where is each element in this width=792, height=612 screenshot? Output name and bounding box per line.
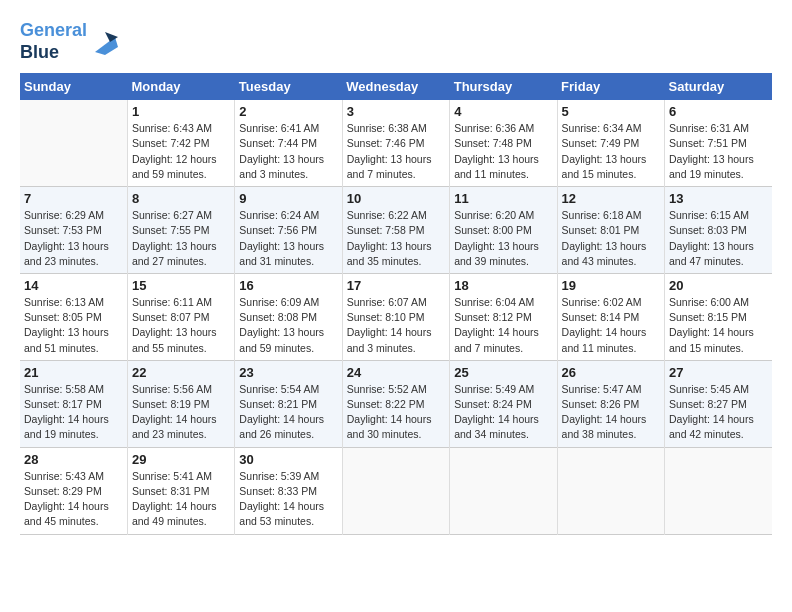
day-number: 17 [347,278,445,293]
day-number: 22 [132,365,230,380]
day-number: 18 [454,278,552,293]
day-info: Sunrise: 6:13 AMSunset: 8:05 PMDaylight:… [24,295,123,356]
day-number: 2 [239,104,337,119]
day-info: Sunrise: 5:56 AMSunset: 8:19 PMDaylight:… [132,382,230,443]
svg-marker-0 [95,37,118,55]
week-row-5: 28Sunrise: 5:43 AMSunset: 8:29 PMDayligh… [20,447,772,534]
day-number: 23 [239,365,337,380]
day-number: 12 [562,191,660,206]
week-row-4: 21Sunrise: 5:58 AMSunset: 8:17 PMDayligh… [20,360,772,447]
calendar-cell [665,447,772,534]
day-info: Sunrise: 6:11 AMSunset: 8:07 PMDaylight:… [132,295,230,356]
day-info: Sunrise: 5:49 AMSunset: 8:24 PMDaylight:… [454,382,552,443]
day-number: 26 [562,365,660,380]
calendar-cell: 12Sunrise: 6:18 AMSunset: 8:01 PMDayligh… [557,187,664,274]
day-info: Sunrise: 5:52 AMSunset: 8:22 PMDaylight:… [347,382,445,443]
weekday-header-friday: Friday [557,73,664,100]
day-info: Sunrise: 6:00 AMSunset: 8:15 PMDaylight:… [669,295,768,356]
day-number: 11 [454,191,552,206]
calendar-cell [342,447,449,534]
day-number: 19 [562,278,660,293]
weekday-header-thursday: Thursday [450,73,557,100]
day-info: Sunrise: 6:29 AMSunset: 7:53 PMDaylight:… [24,208,123,269]
calendar-cell [450,447,557,534]
calendar-cell: 16Sunrise: 6:09 AMSunset: 8:08 PMDayligh… [235,273,342,360]
day-info: Sunrise: 6:24 AMSunset: 7:56 PMDaylight:… [239,208,337,269]
day-info: Sunrise: 6:27 AMSunset: 7:55 PMDaylight:… [132,208,230,269]
day-info: Sunrise: 6:41 AMSunset: 7:44 PMDaylight:… [239,121,337,182]
calendar-cell: 19Sunrise: 6:02 AMSunset: 8:14 PMDayligh… [557,273,664,360]
weekday-header-row: SundayMondayTuesdayWednesdayThursdayFrid… [20,73,772,100]
day-info: Sunrise: 5:47 AMSunset: 8:26 PMDaylight:… [562,382,660,443]
weekday-header-monday: Monday [127,73,234,100]
day-info: Sunrise: 6:38 AMSunset: 7:46 PMDaylight:… [347,121,445,182]
calendar-cell: 26Sunrise: 5:47 AMSunset: 8:26 PMDayligh… [557,360,664,447]
calendar-cell: 4Sunrise: 6:36 AMSunset: 7:48 PMDaylight… [450,100,557,186]
day-info: Sunrise: 6:36 AMSunset: 7:48 PMDaylight:… [454,121,552,182]
calendar-cell: 23Sunrise: 5:54 AMSunset: 8:21 PMDayligh… [235,360,342,447]
day-number: 6 [669,104,768,119]
calendar-cell: 1Sunrise: 6:43 AMSunset: 7:42 PMDaylight… [127,100,234,186]
calendar-cell: 5Sunrise: 6:34 AMSunset: 7:49 PMDaylight… [557,100,664,186]
day-info: Sunrise: 6:31 AMSunset: 7:51 PMDaylight:… [669,121,768,182]
weekday-header-saturday: Saturday [665,73,772,100]
day-number: 10 [347,191,445,206]
calendar-cell: 6Sunrise: 6:31 AMSunset: 7:51 PMDaylight… [665,100,772,186]
day-number: 9 [239,191,337,206]
calendar-cell: 18Sunrise: 6:04 AMSunset: 8:12 PMDayligh… [450,273,557,360]
day-number: 27 [669,365,768,380]
calendar-cell: 22Sunrise: 5:56 AMSunset: 8:19 PMDayligh… [127,360,234,447]
day-number: 4 [454,104,552,119]
calendar-cell: 25Sunrise: 5:49 AMSunset: 8:24 PMDayligh… [450,360,557,447]
day-number: 29 [132,452,230,467]
day-number: 21 [24,365,123,380]
day-number: 14 [24,278,123,293]
calendar-cell [557,447,664,534]
calendar-cell: 10Sunrise: 6:22 AMSunset: 7:58 PMDayligh… [342,187,449,274]
calendar-cell: 17Sunrise: 6:07 AMSunset: 8:10 PMDayligh… [342,273,449,360]
logo-text: GeneralBlue [20,20,87,63]
svg-marker-1 [105,32,118,42]
calendar-cell: 14Sunrise: 6:13 AMSunset: 8:05 PMDayligh… [20,273,127,360]
calendar-cell: 8Sunrise: 6:27 AMSunset: 7:55 PMDaylight… [127,187,234,274]
day-info: Sunrise: 5:45 AMSunset: 8:27 PMDaylight:… [669,382,768,443]
weekday-header-tuesday: Tuesday [235,73,342,100]
calendar-cell: 27Sunrise: 5:45 AMSunset: 8:27 PMDayligh… [665,360,772,447]
calendar-cell: 11Sunrise: 6:20 AMSunset: 8:00 PMDayligh… [450,187,557,274]
day-number: 24 [347,365,445,380]
logo: GeneralBlue [20,20,120,63]
calendar-cell: 29Sunrise: 5:41 AMSunset: 8:31 PMDayligh… [127,447,234,534]
day-number: 8 [132,191,230,206]
day-info: Sunrise: 5:41 AMSunset: 8:31 PMDaylight:… [132,469,230,530]
page-header: GeneralBlue [20,20,772,63]
day-info: Sunrise: 6:20 AMSunset: 8:00 PMDaylight:… [454,208,552,269]
calendar-cell: 2Sunrise: 6:41 AMSunset: 7:44 PMDaylight… [235,100,342,186]
day-number: 3 [347,104,445,119]
calendar-cell [20,100,127,186]
day-info: Sunrise: 5:43 AMSunset: 8:29 PMDaylight:… [24,469,123,530]
day-number: 1 [132,104,230,119]
day-number: 15 [132,278,230,293]
day-info: Sunrise: 5:58 AMSunset: 8:17 PMDaylight:… [24,382,123,443]
calendar-cell: 30Sunrise: 5:39 AMSunset: 8:33 PMDayligh… [235,447,342,534]
calendar-cell: 3Sunrise: 6:38 AMSunset: 7:46 PMDaylight… [342,100,449,186]
day-number: 30 [239,452,337,467]
day-number: 25 [454,365,552,380]
day-info: Sunrise: 6:43 AMSunset: 7:42 PMDaylight:… [132,121,230,182]
calendar-cell: 20Sunrise: 6:00 AMSunset: 8:15 PMDayligh… [665,273,772,360]
calendar-cell: 13Sunrise: 6:15 AMSunset: 8:03 PMDayligh… [665,187,772,274]
day-info: Sunrise: 5:39 AMSunset: 8:33 PMDaylight:… [239,469,337,530]
calendar-cell: 15Sunrise: 6:11 AMSunset: 8:07 PMDayligh… [127,273,234,360]
week-row-3: 14Sunrise: 6:13 AMSunset: 8:05 PMDayligh… [20,273,772,360]
calendar-cell: 7Sunrise: 6:29 AMSunset: 7:53 PMDaylight… [20,187,127,274]
day-info: Sunrise: 6:04 AMSunset: 8:12 PMDaylight:… [454,295,552,356]
day-info: Sunrise: 5:54 AMSunset: 8:21 PMDaylight:… [239,382,337,443]
day-number: 7 [24,191,123,206]
calendar-cell: 24Sunrise: 5:52 AMSunset: 8:22 PMDayligh… [342,360,449,447]
day-info: Sunrise: 6:15 AMSunset: 8:03 PMDaylight:… [669,208,768,269]
calendar-table: SundayMondayTuesdayWednesdayThursdayFrid… [20,73,772,534]
logo-icon [90,27,120,57]
weekday-header-sunday: Sunday [20,73,127,100]
day-info: Sunrise: 6:34 AMSunset: 7:49 PMDaylight:… [562,121,660,182]
day-number: 28 [24,452,123,467]
